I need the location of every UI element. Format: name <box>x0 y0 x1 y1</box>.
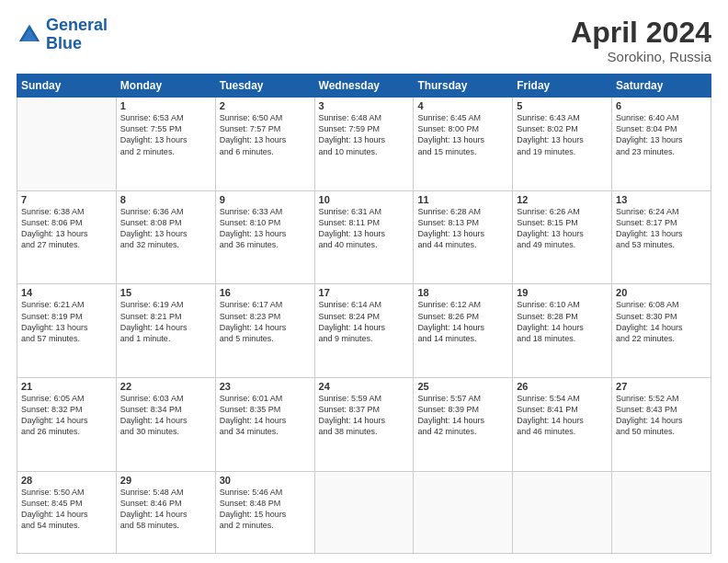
calendar-cell: 20Sunrise: 6:08 AM Sunset: 8:30 PM Dayli… <box>612 284 711 378</box>
day-info: Sunrise: 5:59 AM Sunset: 8:37 PM Dayligh… <box>319 393 410 438</box>
week-row-3: 14Sunrise: 6:21 AM Sunset: 8:19 PM Dayli… <box>17 284 711 378</box>
day-info: Sunrise: 5:50 AM Sunset: 8:45 PM Dayligh… <box>21 487 112 532</box>
day-number: 10 <box>319 194 410 205</box>
calendar-cell: 21Sunrise: 6:05 AM Sunset: 8:32 PM Dayli… <box>17 378 117 472</box>
calendar-cell: 13Sunrise: 6:24 AM Sunset: 8:17 PM Dayli… <box>612 190 711 284</box>
day-info: Sunrise: 6:01 AM Sunset: 8:35 PM Dayligh… <box>220 393 311 438</box>
calendar-cell: 8Sunrise: 6:36 AM Sunset: 8:08 PM Daylig… <box>116 190 215 284</box>
weekday-header-saturday: Saturday <box>612 75 711 98</box>
calendar-cell: 29Sunrise: 5:48 AM Sunset: 8:46 PM Dayli… <box>116 471 215 553</box>
day-info: Sunrise: 6:48 AM Sunset: 7:59 PM Dayligh… <box>319 112 410 157</box>
day-info: Sunrise: 6:40 AM Sunset: 8:04 PM Dayligh… <box>616 112 707 157</box>
day-info: Sunrise: 5:54 AM Sunset: 8:41 PM Dayligh… <box>517 393 608 438</box>
day-number: 29 <box>120 475 211 486</box>
main-title: April 2024 <box>571 17 711 49</box>
day-number: 5 <box>517 100 608 111</box>
day-info: Sunrise: 5:52 AM Sunset: 8:43 PM Dayligh… <box>616 393 707 438</box>
weekday-header-monday: Monday <box>116 75 215 98</box>
calendar-cell: 1Sunrise: 6:53 AM Sunset: 7:55 PM Daylig… <box>116 98 215 191</box>
calendar-cell: 10Sunrise: 6:31 AM Sunset: 8:11 PM Dayli… <box>314 190 414 284</box>
day-info: Sunrise: 6:31 AM Sunset: 8:11 PM Dayligh… <box>319 206 410 251</box>
calendar-cell: 25Sunrise: 5:57 AM Sunset: 8:39 PM Dayli… <box>414 378 513 472</box>
day-info: Sunrise: 6:12 AM Sunset: 8:26 PM Dayligh… <box>417 299 508 344</box>
day-number: 12 <box>517 194 608 205</box>
logo: General Blue <box>17 17 108 53</box>
day-info: Sunrise: 6:17 AM Sunset: 8:23 PM Dayligh… <box>220 299 311 344</box>
day-number: 2 <box>220 100 311 111</box>
logo-blue: Blue <box>46 34 82 52</box>
day-number: 17 <box>319 287 410 298</box>
day-number: 18 <box>417 287 508 298</box>
day-number: 25 <box>417 381 508 392</box>
day-number: 23 <box>220 381 311 392</box>
calendar-cell: 19Sunrise: 6:10 AM Sunset: 8:28 PM Dayli… <box>513 284 612 378</box>
day-number: 27 <box>616 381 707 392</box>
calendar-cell <box>414 471 513 553</box>
calendar-cell: 30Sunrise: 5:46 AM Sunset: 8:48 PM Dayli… <box>215 471 314 553</box>
calendar-cell <box>17 98 117 191</box>
day-number: 30 <box>220 475 311 486</box>
day-info: Sunrise: 5:48 AM Sunset: 8:46 PM Dayligh… <box>120 487 211 532</box>
day-number: 3 <box>319 100 410 111</box>
day-info: Sunrise: 6:24 AM Sunset: 8:17 PM Dayligh… <box>616 206 707 251</box>
calendar-cell: 5Sunrise: 6:43 AM Sunset: 8:02 PM Daylig… <box>513 98 612 191</box>
day-number: 1 <box>120 100 211 111</box>
calendar-cell: 28Sunrise: 5:50 AM Sunset: 8:45 PM Dayli… <box>17 471 117 553</box>
calendar-cell: 3Sunrise: 6:48 AM Sunset: 7:59 PM Daylig… <box>314 98 414 191</box>
day-number: 8 <box>120 194 211 205</box>
week-row-5: 28Sunrise: 5:50 AM Sunset: 8:45 PM Dayli… <box>17 471 711 553</box>
weekday-header-sunday: Sunday <box>17 75 117 98</box>
calendar-cell: 24Sunrise: 5:59 AM Sunset: 8:37 PM Dayli… <box>314 378 414 472</box>
logo-general: General <box>46 16 108 34</box>
weekday-header-tuesday: Tuesday <box>215 75 314 98</box>
calendar-table: SundayMondayTuesdayWednesdayThursdayFrid… <box>17 74 711 554</box>
calendar-cell: 17Sunrise: 6:14 AM Sunset: 8:24 PM Dayli… <box>314 284 414 378</box>
day-info: Sunrise: 5:57 AM Sunset: 8:39 PM Dayligh… <box>417 393 508 438</box>
day-number: 26 <box>517 381 608 392</box>
day-info: Sunrise: 6:38 AM Sunset: 8:06 PM Dayligh… <box>21 206 112 251</box>
day-number: 7 <box>21 194 112 205</box>
title-block: April 2024 Sorokino, Russia <box>571 17 711 64</box>
day-info: Sunrise: 6:50 AM Sunset: 7:57 PM Dayligh… <box>220 112 311 157</box>
day-info: Sunrise: 6:28 AM Sunset: 8:13 PM Dayligh… <box>417 206 508 251</box>
week-row-4: 21Sunrise: 6:05 AM Sunset: 8:32 PM Dayli… <box>17 378 711 472</box>
day-info: Sunrise: 6:21 AM Sunset: 8:19 PM Dayligh… <box>21 299 112 344</box>
day-info: Sunrise: 6:53 AM Sunset: 7:55 PM Dayligh… <box>120 112 211 157</box>
day-info: Sunrise: 6:10 AM Sunset: 8:28 PM Dayligh… <box>517 299 608 344</box>
day-info: Sunrise: 6:36 AM Sunset: 8:08 PM Dayligh… <box>120 206 211 251</box>
calendar-cell: 14Sunrise: 6:21 AM Sunset: 8:19 PM Dayli… <box>17 284 117 378</box>
calendar-cell: 4Sunrise: 6:45 AM Sunset: 8:00 PM Daylig… <box>414 98 513 191</box>
day-number: 11 <box>417 194 508 205</box>
day-number: 6 <box>616 100 707 111</box>
calendar-cell: 22Sunrise: 6:03 AM Sunset: 8:34 PM Dayli… <box>116 378 215 472</box>
week-row-1: 1Sunrise: 6:53 AM Sunset: 7:55 PM Daylig… <box>17 98 711 191</box>
day-number: 16 <box>220 287 311 298</box>
day-info: Sunrise: 6:14 AM Sunset: 8:24 PM Dayligh… <box>319 299 410 344</box>
header: General Blue April 2024 Sorokino, Russia <box>17 17 711 64</box>
weekday-header-thursday: Thursday <box>414 75 513 98</box>
day-number: 21 <box>21 381 112 392</box>
day-number: 19 <box>517 287 608 298</box>
calendar-cell: 11Sunrise: 6:28 AM Sunset: 8:13 PM Dayli… <box>414 190 513 284</box>
weekday-header-friday: Friday <box>513 75 612 98</box>
calendar-cell: 27Sunrise: 5:52 AM Sunset: 8:43 PM Dayli… <box>612 378 711 472</box>
day-number: 22 <box>120 381 211 392</box>
day-number: 4 <box>417 100 508 111</box>
weekday-header-wednesday: Wednesday <box>314 75 414 98</box>
calendar-cell <box>314 471 414 553</box>
day-number: 20 <box>616 287 707 298</box>
calendar-cell <box>513 471 612 553</box>
sub-title: Sorokino, Russia <box>571 49 711 64</box>
calendar-cell: 6Sunrise: 6:40 AM Sunset: 8:04 PM Daylig… <box>612 98 711 191</box>
calendar-cell: 2Sunrise: 6:50 AM Sunset: 7:57 PM Daylig… <box>215 98 314 191</box>
day-number: 15 <box>120 287 211 298</box>
calendar-cell: 26Sunrise: 5:54 AM Sunset: 8:41 PM Dayli… <box>513 378 612 472</box>
calendar-cell: 7Sunrise: 6:38 AM Sunset: 8:06 PM Daylig… <box>17 190 117 284</box>
day-number: 9 <box>220 194 311 205</box>
calendar-cell: 9Sunrise: 6:33 AM Sunset: 8:10 PM Daylig… <box>215 190 314 284</box>
calendar-cell: 16Sunrise: 6:17 AM Sunset: 8:23 PM Dayli… <box>215 284 314 378</box>
day-info: Sunrise: 6:03 AM Sunset: 8:34 PM Dayligh… <box>120 393 211 438</box>
logo-icon <box>17 22 42 48</box>
day-info: Sunrise: 6:19 AM Sunset: 8:21 PM Dayligh… <box>120 299 211 344</box>
day-info: Sunrise: 6:45 AM Sunset: 8:00 PM Dayligh… <box>417 112 508 157</box>
